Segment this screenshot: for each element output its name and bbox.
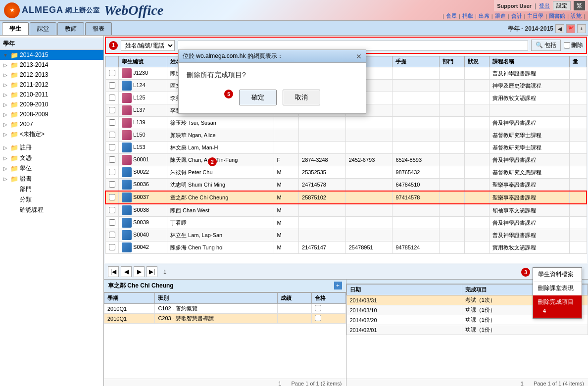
bottom-left-row[interactable]: 2010Q1 C102 - 善約慨覽 <box>104 304 346 314</box>
nav-donations[interactable]: 捐獻 <box>462 12 473 20</box>
sidebar-year-2011-2012[interactable]: ▷ 📁 2011-2012 <box>0 80 103 90</box>
table-row[interactable]: L150 顏映華 Ngan, Alice 基督教研究學士課程 <box>105 129 587 142</box>
row-checkbox[interactable] <box>109 181 115 188</box>
table-row[interactable]: S0037 童之鄰 Che Chi Cheung M 25875102 9741… <box>105 191 587 204</box>
settings-button[interactable]: 設定 <box>553 1 571 10</box>
row-checkbox[interactable] <box>109 107 115 113</box>
row-gender <box>274 142 299 154</box>
nav-accounting[interactable]: 會計 <box>511 12 522 20</box>
sidebar-section-diploma[interactable]: ▷ 📁 文憑 <box>0 153 103 163</box>
tab-students[interactable]: 學生 <box>2 22 29 35</box>
row-status <box>464 92 490 104</box>
pass-checkbox[interactable] <box>315 305 321 311</box>
table-row[interactable]: S0036 沈志明 Shum Chi Ming M 24714578 64784… <box>105 179 587 192</box>
row-checkbox[interactable] <box>109 219 115 226</box>
page-prev-button[interactable]: ◀ <box>121 266 132 277</box>
delete-checkbox-label[interactable]: 刪除 <box>564 41 583 49</box>
sidebar-year-2010-2011[interactable]: ▷ 📁 2010-2011 <box>0 90 103 99</box>
sidebar-section-category[interactable]: 分類 <box>0 194 103 205</box>
row-checkbox-cell <box>105 142 119 154</box>
logout-link[interactable]: 登出 <box>539 2 550 9</box>
dialog-cancel-button[interactable]: 取消 <box>283 90 320 105</box>
row-checkbox[interactable] <box>109 232 115 238</box>
row-checkbox-cell <box>105 217 119 229</box>
page-last-button[interactable]: ▶| <box>147 266 157 277</box>
dialog-confirm-button[interactable]: 確定 <box>239 90 277 105</box>
row-checkbox[interactable] <box>109 244 115 250</box>
sidebar-year-2013-2014[interactable]: ▷ 📁 2013-2014 <box>0 60 103 70</box>
row-company <box>345 142 392 154</box>
row-checkbox[interactable] <box>109 70 115 76</box>
search-field-select[interactable]: 姓名/編號/電話 <box>121 40 175 51</box>
dialog-close-button[interactable]: ✕ <box>356 52 362 60</box>
row-checkbox[interactable] <box>109 194 115 200</box>
expander-icon <box>2 207 9 214</box>
row-checkbox[interactable] <box>109 144 115 150</box>
search-input[interactable] <box>178 41 528 50</box>
row-mobile <box>392 104 440 117</box>
row-checkbox[interactable] <box>109 95 115 101</box>
sidebar-year-2014-2015[interactable]: ▼ 📁 2014-2015 <box>0 50 103 60</box>
nav-followup[interactable]: 跟進 <box>495 12 506 20</box>
row-checkbox[interactable] <box>109 169 115 175</box>
year-add-button[interactable]: + <box>577 24 586 33</box>
nav-attendance[interactable]: 出席 <box>479 12 490 20</box>
tab-classes[interactable]: 課堂 <box>30 22 56 35</box>
sidebar-year-unassigned[interactable]: ▷ 📁 <未指定> <box>0 129 103 140</box>
expander-icon: ▷ <box>2 71 9 78</box>
delete-checkbox[interactable] <box>564 42 570 48</box>
table-row[interactable]: L139 徐玉玲 Tsui, Susan 普及神學證書課程 <box>105 117 587 129</box>
pass-checkbox[interactable] <box>315 315 321 321</box>
row-checkbox[interactable] <box>109 119 115 126</box>
row-checkbox[interactable] <box>109 82 115 89</box>
table-row[interactable]: S0042 陳多海 Chen Tung hoi M 21475147 25478… <box>105 241 587 254</box>
tab-teachers[interactable]: 教師 <box>57 22 84 35</box>
sidebar-year-2008-2009[interactable]: ▷ 📁 2008-2009 <box>0 109 103 119</box>
folder-icon: 📁 <box>10 71 18 79</box>
tab-reports[interactable]: 報表 <box>85 22 112 35</box>
bottom-right-row[interactable]: 2014/02/01 功課（1份） <box>346 325 588 335</box>
add-class-button[interactable]: + <box>334 282 342 290</box>
sidebar-section-confirm-course[interactable]: 確認課程 <box>0 205 103 215</box>
page-next-button[interactable]: ▶ <box>134 266 145 277</box>
nav-facilities[interactable]: 設施 <box>571 12 582 20</box>
nav-meetings[interactable]: 會眾 <box>446 12 457 20</box>
table-row[interactable]: S0040 林立生 Lam, Lap-San M 普及神學證書課程 <box>105 229 587 241</box>
bl-class: C102 - 善約慨覽 <box>155 304 278 314</box>
year-prev-button[interactable]: ◀ <box>555 24 564 33</box>
sidebar-section-registration[interactable]: ▷ 📁 註冊 <box>0 143 103 153</box>
logo-area: ★ ALMEGA 網上辦公室 WebOffice <box>0 2 167 18</box>
row-checkbox[interactable] <box>109 132 115 138</box>
context-menu-delete-completion[interactable]: 刪除完成項目 4 <box>533 295 582 318</box>
row-count <box>569 104 587 117</box>
table-row[interactable]: L153 林文燊 Lam, Man-H 基督教研究學士課程 <box>105 142 587 154</box>
row-checkbox-cell <box>105 204 119 217</box>
context-menu-student-profile[interactable]: 學生資料檔案 <box>533 268 582 282</box>
search-button[interactable]: 🔍 包括 <box>531 40 561 51</box>
table-row[interactable]: S0022 朱彼得 Peter Chu M 25352535 98765432 … <box>105 166 587 179</box>
expander-icon: ▷ <box>2 111 9 118</box>
row-name: 顏映華 Ngan, Alice <box>167 129 274 142</box>
sidebar-section-certificate[interactable]: ▷ 📁 證書 <box>0 174 103 184</box>
sidebar-year-2007[interactable]: ▷ 📁 2007 <box>0 119 103 129</box>
nav-sunday-school[interactable]: 主日學 <box>527 12 543 20</box>
context-menu-delete-class[interactable]: 刪除課堂表現 <box>533 282 582 295</box>
table-row[interactable]: S0038 陳西 Chan West M 領袖事奉文憑課程 <box>105 204 587 217</box>
sidebar-year-2012-2013[interactable]: ▷ 📁 2012-2013 <box>0 70 103 80</box>
row-gender: M <box>274 229 299 241</box>
table-row[interactable]: S0039 丁看睡 M 普及神學證書課程 <box>105 217 587 229</box>
sidebar-section-department[interactable]: 部門 <box>0 184 103 194</box>
row-course: 聖樂事奉證書課程 <box>490 191 570 204</box>
sidebar-year-2009-2010[interactable]: ▷ 📁 2009-2010 <box>0 99 103 109</box>
bottom-left-row[interactable]: 2010Q1 C203 - 詩歌智慧書導讀 <box>104 314 346 324</box>
bottom-right-page-info: 1 Page 1 of 1 (4 items) <box>346 379 588 386</box>
language-button[interactable]: 繁 <box>574 1 585 10</box>
row-checkbox[interactable] <box>109 156 115 163</box>
folder-icon: 📁 <box>10 51 18 59</box>
year-flag-button[interactable]: 🚩 <box>566 24 575 33</box>
nav-library[interactable]: 圖書館 <box>549 12 565 20</box>
page-first-button[interactable]: |◀ <box>108 266 119 277</box>
table-row[interactable]: S0001 陳天鳳 Chan, Amy Tin-Fung F 2874-3248… <box>105 154 587 166</box>
sidebar-section-degree[interactable]: ▷ 📁 學位 <box>0 163 103 174</box>
row-checkbox[interactable] <box>109 207 115 213</box>
